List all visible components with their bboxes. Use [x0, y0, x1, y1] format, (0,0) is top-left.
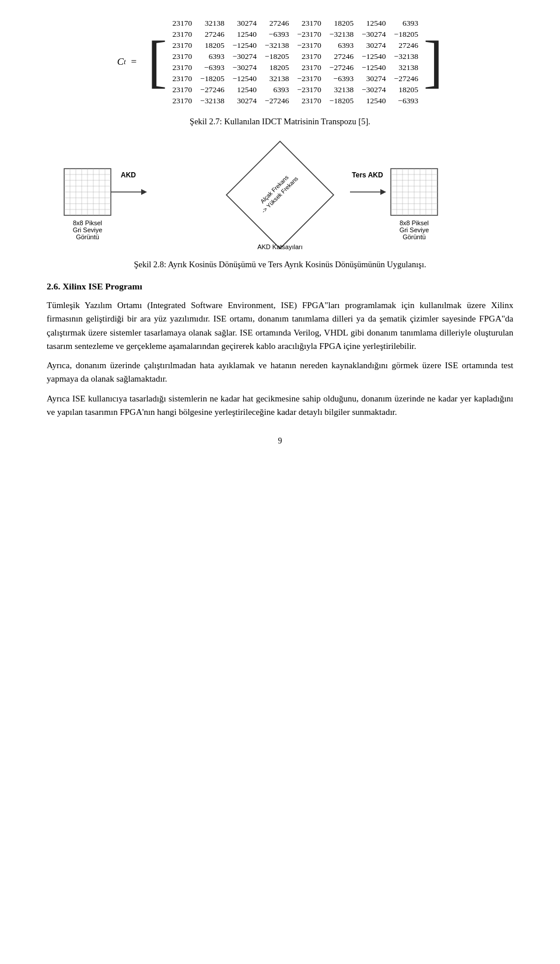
matrix-cell: 30274: [229, 95, 261, 106]
matrix-cell: 18205: [196, 40, 228, 51]
matrix-cell: 23170: [293, 95, 325, 106]
matrix-cell: 30274: [358, 73, 390, 84]
matrix-cell: 23170: [168, 62, 196, 73]
left-grid-label2: Gri Seviye: [73, 226, 103, 233]
matrix-cell: 12540: [358, 18, 390, 29]
akd-label: AKD: [121, 171, 136, 179]
matrix-cell: 30274: [358, 40, 390, 51]
matrix-cell: −23170: [293, 29, 325, 40]
matrix-values: 2317032138302742724623170182051254063932…: [168, 18, 422, 106]
matrix-cell: 27246: [196, 29, 228, 40]
matrix-cell: −27246: [196, 84, 228, 95]
matrix-superscript: t: [124, 58, 125, 67]
matrix-cell: 23170: [168, 51, 196, 62]
matrix-table: 2317032138302742724623170182051254063932…: [168, 18, 422, 106]
matrix-cell: 12540: [358, 95, 390, 106]
matrix-cell: −6393: [326, 73, 358, 84]
matrix-c: C: [117, 56, 124, 68]
matrix-cell: 27246: [261, 18, 293, 29]
matrix-cell: 27246: [326, 51, 358, 62]
figure1-caption: Şekil 2.7: Kullanılan IDCT Matrisinin Tr…: [47, 117, 513, 127]
matrix-cell: 32138: [326, 84, 358, 95]
matrix-cell: −18205: [390, 29, 422, 40]
matrix-cell: 23170: [293, 18, 325, 29]
matrix-cell: −23170: [293, 84, 325, 95]
matrix-label: Ct =: [117, 56, 142, 68]
matrix-cell: −18205: [261, 51, 293, 62]
matrix-cell: 6393: [390, 18, 422, 29]
matrix-cell: 18205: [261, 62, 293, 73]
matrix-cell: 23170: [168, 73, 196, 84]
page-number: 9: [47, 436, 513, 446]
matrix-cell: 23170: [168, 40, 196, 51]
matrix-cell: −6393: [196, 62, 228, 73]
matrix-cell: −18205: [326, 95, 358, 106]
akd-arrow-group: AKD: [111, 171, 147, 195]
matrix-cell: 23170: [168, 95, 196, 106]
matrix-cell: −18205: [196, 73, 228, 84]
matrix-equals: =: [130, 56, 136, 68]
section-heading: 2.6. Xilinx ISE Programı: [47, 281, 513, 292]
matrix-cell: −6393: [261, 29, 293, 40]
matrix-cell: −23170: [293, 40, 325, 51]
left-grid: 8x8 Piksel Gri Seviye Görüntü: [64, 169, 111, 240]
matrix-cell: 12540: [229, 29, 261, 40]
matrix-cell: −12540: [229, 40, 261, 51]
matrix-cell: 32138: [390, 62, 422, 73]
bracket-left: [: [148, 33, 167, 91]
matrix-cell: −30274: [358, 29, 390, 40]
matrix-cell: −27246: [326, 62, 358, 73]
matrix-cell: 23170: [168, 29, 196, 40]
bracket-right: ]: [424, 33, 443, 91]
matrix-cell: −32138: [326, 29, 358, 40]
matrix-cell: −6393: [390, 95, 422, 106]
left-grid-label1: 8x8 Piksel: [73, 219, 102, 226]
matrix-cell: 23170: [293, 51, 325, 62]
matrix-cell: −32138: [196, 95, 228, 106]
arrow2-head: [380, 189, 386, 195]
right-grid-label3: Görüntü: [402, 233, 426, 240]
paragraph-3: Ayrıca ISE kullanıcıya tasarladığı siste…: [47, 392, 513, 420]
matrix-cell: −30274: [229, 51, 261, 62]
paragraph-1: Tümleşik Yazılım Ortamı (Integrated Soft…: [47, 299, 513, 353]
matrix-section: Ct = [ 231703213830274272462317018205125…: [47, 18, 513, 106]
matrix-cell: 23170: [293, 62, 325, 73]
matrix-cell: −12540: [358, 51, 390, 62]
matrix-cell: 27246: [390, 40, 422, 51]
matrix-cell: 32138: [196, 18, 228, 29]
arrow1-head: [141, 189, 147, 195]
section-title: Xilinx ISE Programı: [62, 281, 142, 291]
matrix-cell: 12540: [229, 84, 261, 95]
matrix-cell: −12540: [229, 73, 261, 84]
matrix-cell: 6393: [261, 84, 293, 95]
ters-akd-label: Ters AKD: [352, 171, 383, 179]
ters-akd-arrow-group: Ters AKD: [350, 171, 386, 195]
matrix-cell: −27246: [261, 95, 293, 106]
matrix-cell: 6393: [326, 40, 358, 51]
matrix-cell: 30274: [229, 18, 261, 29]
matrix-cell: 18205: [390, 84, 422, 95]
right-grid: 8x8 Piksel Gri Seviye Görüntü: [391, 169, 438, 240]
left-grid-label3: Görüntü: [76, 233, 99, 240]
matrix-cell: 32138: [261, 73, 293, 84]
section-number: 2.6.: [47, 281, 60, 291]
matrix-cell: −12540: [358, 62, 390, 73]
matrix-cell: −23170: [293, 73, 325, 84]
dct-diagram-container: 8x8 Piksel Gri Seviye Görüntü AKD DC Alç…: [47, 139, 513, 256]
paragraph-2: Ayrıca, donanım üzerinde çalıştırılmadan…: [47, 359, 513, 386]
matrix-cell: −30274: [358, 84, 390, 95]
matrix-cell: 23170: [168, 84, 196, 95]
matrix-cell: 18205: [326, 18, 358, 29]
right-grid-label2: Gri Seviye: [400, 226, 429, 233]
figure2-caption: Şekil 2.8: Ayrık Kosinüs Dönüşümü ve Ter…: [47, 260, 513, 270]
diamond-group: DC Alçak Frekans -> Yüksek Frekans AKD K…: [226, 141, 334, 250]
matrix-cell: 6393: [196, 51, 228, 62]
matrix-cell: −30274: [229, 62, 261, 73]
akd-katsayilari: AKD Katsayıları: [257, 243, 303, 250]
matrix-cell: −32138: [390, 51, 422, 62]
matrix-cell: 23170: [168, 18, 196, 29]
matrix-cell: −32138: [261, 40, 293, 51]
matrix-cell: −27246: [390, 73, 422, 84]
page: Ct = [ 231703213830274272462317018205125…: [0, 0, 560, 964]
dct-diagram-svg: 8x8 Piksel Gri Seviye Görüntü AKD DC Alç…: [52, 139, 508, 256]
